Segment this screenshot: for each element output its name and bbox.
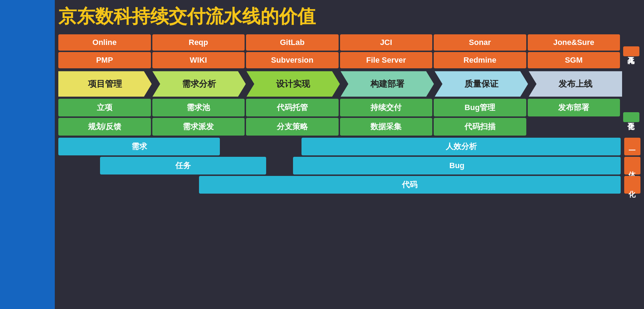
plat-reqpool: 需求池 — [152, 99, 245, 116]
tool-sgm: SGM — [528, 52, 620, 68]
tool-row-1: Online Reqp GitLab JCI Sonar Jone&Sure — [58, 34, 620, 51]
int-spacer-3 — [268, 157, 292, 174]
plat-bugmgmt: Bug管理 — [434, 99, 526, 116]
tool-wiki: WIKI — [152, 52, 245, 68]
platform-side-label: 平台化 — [623, 112, 639, 122]
process-project: 项目管理 — [58, 71, 152, 97]
int-label-2: 体 — [624, 157, 640, 174]
process-release: 发布上线 — [529, 71, 622, 97]
plat-deploy: 发布部署 — [528, 99, 620, 116]
integration-row-3: 代码 化 — [58, 176, 640, 194]
int-code: 代码 — [199, 176, 621, 194]
tools-side-label-block: 工具化 — [622, 34, 640, 68]
platform-section: 立项 需求池 代码托管 持续交付 Bug管理 发布部署 规划/反馈 需求派发 分… — [58, 99, 640, 136]
grid-wrapper: Online Reqp GitLab JCI Sonar Jone&Sure P… — [58, 34, 640, 305]
plat-lixiang: 立项 — [58, 99, 151, 116]
tool-fileserver: File Server — [340, 52, 433, 68]
blue-sidebar — [0, 0, 55, 309]
tools-section: Online Reqp GitLab JCI Sonar Jone&Sure P… — [58, 34, 640, 68]
int-label-1: 一 — [624, 138, 640, 155]
int-spacer-2 — [58, 157, 99, 174]
int-renwu: 任务 — [100, 157, 266, 174]
int-spacer-1 — [221, 138, 300, 155]
int-bug: Bug — [293, 157, 621, 174]
plat-reqdist: 需求派发 — [152, 118, 245, 136]
main-container: 京东数科持续交付流水线的价值 Online Reqp GitLab JCI So… — [0, 0, 644, 309]
int-rexiao: 人效分析 — [301, 138, 621, 155]
int-row-2-wrapper: 任务 Bug — [58, 157, 621, 174]
integration-row-1: 需求 人效分析 一 — [58, 138, 640, 155]
platform-side-label-block: 平台化 — [622, 99, 640, 136]
tool-jone: Jone&Sure — [528, 34, 620, 51]
tool-subversion: Subversion — [246, 52, 339, 68]
plat-branch: 分支策略 — [246, 118, 339, 136]
platform-row-2: 规划/反馈 需求派发 分支策略 数据采集 代码扫描 — [58, 118, 620, 136]
tool-online: Online — [58, 34, 151, 51]
process-quality: 质量保证 — [435, 71, 528, 97]
plat-cicd: 持续交付 — [340, 99, 433, 116]
int-side-label-combined: 一 — [624, 138, 640, 155]
process-row: 项目管理 需求分析 设计实现 构建部署 质量保证 发布上线 — [58, 71, 640, 97]
tool-row-2: PMP WIKI Subversion File Server Redmine … — [58, 52, 620, 68]
process-build: 构建部署 — [341, 71, 434, 97]
tool-reqp: Reqp — [152, 34, 245, 51]
integration-row-2: 任务 Bug 体 — [58, 157, 640, 174]
int-row-1-wrapper: 需求 人效分析 — [58, 138, 621, 155]
int-xuqiu: 需求 — [58, 138, 220, 155]
int-label-3: 化 — [624, 176, 640, 194]
plat-codescan: 代码扫描 — [434, 118, 526, 136]
tool-jci: JCI — [340, 34, 433, 51]
page-title: 京东数科持续交付流水线的价值 — [58, 6, 640, 27]
platform-grid: 立项 需求池 代码托管 持续交付 Bug管理 发布部署 规划/反馈 需求派发 分… — [58, 99, 620, 136]
int-row-3-wrapper: 代码 — [58, 176, 621, 194]
process-design: 设计实现 — [246, 71, 340, 97]
plat-plan: 规划/反馈 — [58, 118, 151, 136]
tools-grid: Online Reqp GitLab JCI Sonar Jone&Sure P… — [58, 34, 620, 68]
int-side-label-3: 化 — [624, 176, 640, 194]
plat-data: 数据采集 — [340, 118, 433, 136]
content-area: 京东数科持续交付流水线的价值 Online Reqp GitLab JCI So… — [55, 0, 644, 309]
plat-codemgmt: 代码托管 — [246, 99, 339, 116]
plat-empty — [528, 118, 620, 136]
tool-pmp: PMP — [58, 52, 151, 68]
tool-gitlab: GitLab — [246, 34, 339, 51]
tool-redmine: Redmine — [434, 52, 526, 68]
integration-section: 需求 人效分析 一 任务 Bug — [58, 138, 640, 194]
tool-sonar: Sonar — [434, 34, 526, 51]
process-req: 需求分析 — [152, 71, 246, 97]
platform-row-1: 立项 需求池 代码托管 持续交付 Bug管理 发布部署 — [58, 99, 620, 116]
int-side-label-2: 体 — [624, 157, 640, 174]
tools-side-label: 工具化 — [623, 46, 639, 56]
int-spacer-4 — [58, 176, 198, 194]
